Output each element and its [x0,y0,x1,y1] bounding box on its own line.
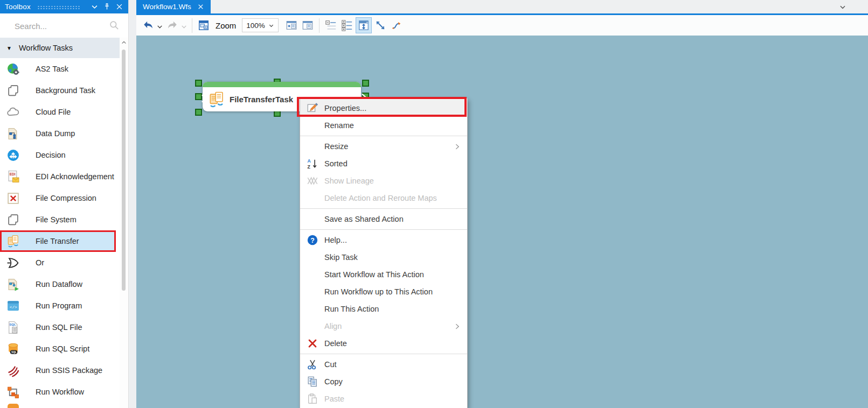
menu-item-label: Sorted [324,159,461,168]
toolbox-item-file-system[interactable]: File System [0,209,120,230]
menu-item-resize[interactable]: Resize [300,138,467,155]
menu-item-run-this-action[interactable]: Run This Action [300,300,467,318]
search-icon[interactable] [109,20,120,31]
straight-connector-button[interactable] [373,17,388,33]
tab-label: Workflow1.Wfs [143,3,191,11]
menu-item-label: Run This Action [324,305,461,313]
toolbox-item-file-transfer[interactable]: File Transfer [0,230,116,252]
dock-panel-right-button[interactable] [300,17,315,33]
svg-text:A: A [307,158,311,164]
toolbox-item-background-task[interactable]: Background Task [0,80,120,101]
toolbox-item-edi-acknowledgement[interactable]: EDIEDI Acknowledgement [0,166,120,187]
tab-overflow-chevron-icon[interactable] [839,3,846,11]
menu-item-cut[interactable]: Cut [300,356,467,373]
selection-handle-top-right[interactable] [362,80,369,87]
menu-item-skip-task[interactable]: Skip Task [300,249,467,266]
menu-item-copy[interactable]: Copy [300,373,467,390]
menu-item-delete[interactable]: Delete [300,335,467,352]
collapse-caret-icon: ▼ [6,45,12,51]
collapse-all-button[interactable] [323,17,338,33]
menu-item-label: Delete Action and Reroute Maps [324,194,461,202]
toolbox-item-cloud-file[interactable]: Cloud File [0,101,120,123]
menu-item-label: Run Workflow up to This Action [324,287,461,296]
input-connector-icon[interactable] [200,94,207,103]
file-transfer-icon [6,235,20,248]
svg-text:Z: Z [307,164,310,170]
scroll-up-icon[interactable] [121,40,127,45]
toolbox-group-header[interactable]: ▼ Workflow Tasks [0,38,120,58]
menu-separator [300,354,467,354]
drag-handle-dots[interactable] [37,5,81,9]
toolbox-item-label: Cloud File [36,108,71,116]
expand-all-button[interactable] [339,17,355,33]
svg-text:SQL: SQL [9,323,16,326]
auto-size-icon [358,19,370,31]
menu-item-start-workflow-at-this-action[interactable]: Start Workflow at This Action [300,266,467,283]
data-dump-icon [6,127,20,140]
toolbox-item-run-ssis-package[interactable]: Run SSIS Package [0,360,120,381]
undo-dropdown-chevron-icon[interactable] [156,23,163,30]
pin-icon[interactable] [103,3,111,11]
scrollbar-thumb[interactable] [122,50,126,291]
dock-panel-left-button[interactable] [284,17,299,33]
toolbox-item-label: Data Dump [36,129,75,138]
menu-item-rename[interactable]: Rename [300,117,467,134]
menu-item-label: Paste [324,395,461,403]
menu-item-help[interactable]: ?Help... [300,231,467,249]
toolbox-scrollbar[interactable] [120,38,128,408]
zoom-level-select[interactable]: 100% [242,18,279,32]
menu-item-sorted[interactable]: AZSorted [300,155,467,172]
menu-icon-placeholder [307,286,318,298]
toolbox-item-label: Run Program [36,301,82,310]
toolbox-item-decision[interactable]: Decision [0,144,120,166]
toolbox-item-label: Or [36,258,44,267]
toolbox-item-label: File Compression [36,194,96,202]
search-input[interactable] [15,19,95,32]
menu-item-label: Show Lineage [324,177,461,185]
toolbox-group-label: Workflow Tasks [19,44,73,52]
selection-handle-bottom-left[interactable] [195,109,202,116]
menu-item-label: Save as Shared Action [324,215,461,223]
menu-icon-placeholder [307,119,318,131]
curved-connector-icon [391,19,402,31]
curved-connector-button[interactable] [389,17,404,33]
toolbox-item-label: File System [36,215,77,224]
toolbox-item-run-program[interactable]: </>Run Program [0,295,120,316]
menu-separator [300,136,467,136]
redo-icon [166,19,178,31]
menu-item-label: Copy [324,377,461,386]
toolbox-item-or[interactable]: Or [0,252,120,273]
undo-button[interactable] [141,17,156,33]
toolbox-titlebar[interactable]: Toolbox [0,0,128,13]
tab-workflow1[interactable]: Workflow1.Wfs [136,0,211,13]
toolbox-item-run-sql-script[interactable]: SQLRun SQL Script [0,338,120,360]
menu-item-save-as-shared-action[interactable]: Save as Shared Action [300,210,467,228]
toolbox-item-run-dataflow[interactable]: Run Dataflow [0,273,120,295]
menu-item-run-workflow-up-to-this-action[interactable]: Run Workflow up to This Action [300,283,467,300]
selection-handle-top-left[interactable] [195,80,202,87]
panel-splitter[interactable] [128,0,137,408]
tab-close-icon[interactable] [197,3,204,10]
menu-separator [300,208,467,209]
toolbox-item-label: Run SQL File [36,323,82,332]
toolbox-item-file-compression[interactable]: File Compression [0,187,120,209]
zoom-panel-icon [198,19,210,31]
close-icon[interactable] [115,3,123,11]
toolbox-item-run-sql-file[interactable]: SQLRun SQL File [0,316,120,338]
toolbox-item-data-dump[interactable]: Data Dump [0,123,120,144]
design-canvas[interactable]: FileTransferTask Properties...RenameResi… [136,36,868,408]
menu-icon-placeholder [307,192,318,204]
toolbox-item-as2-task[interactable]: AS2 Task [0,58,120,80]
menu-item-label: Cut [324,360,461,369]
chevron-down-icon[interactable] [91,3,99,11]
menu-item-label: Start Workflow at This Action [324,270,461,279]
zoom-panel-button[interactable] [196,17,211,33]
toolbox-item-run-workflow[interactable]: Run Workflow [0,381,120,403]
svg-text:EDI: EDI [10,172,16,175]
auto-size-button[interactable] [356,17,372,33]
toolbox-item-label: Run Workflow [36,388,84,396]
menu-item-properties[interactable]: Properties... [300,100,467,117]
menu-item-label: Align [324,322,454,330]
zoom-chevron-down-icon [268,23,274,29]
run-ssis-package-icon [6,364,20,377]
